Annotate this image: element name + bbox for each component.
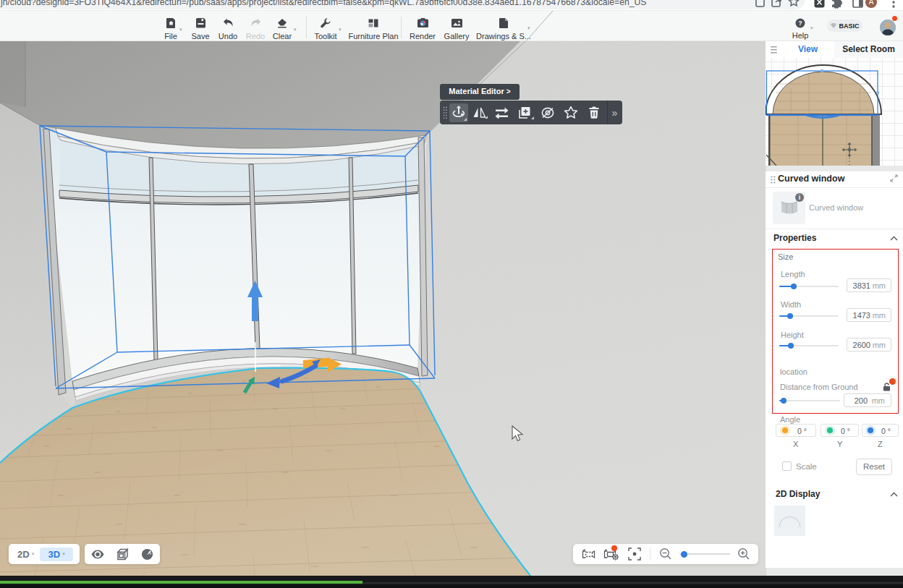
svg-text:?: ? [798,20,802,27]
